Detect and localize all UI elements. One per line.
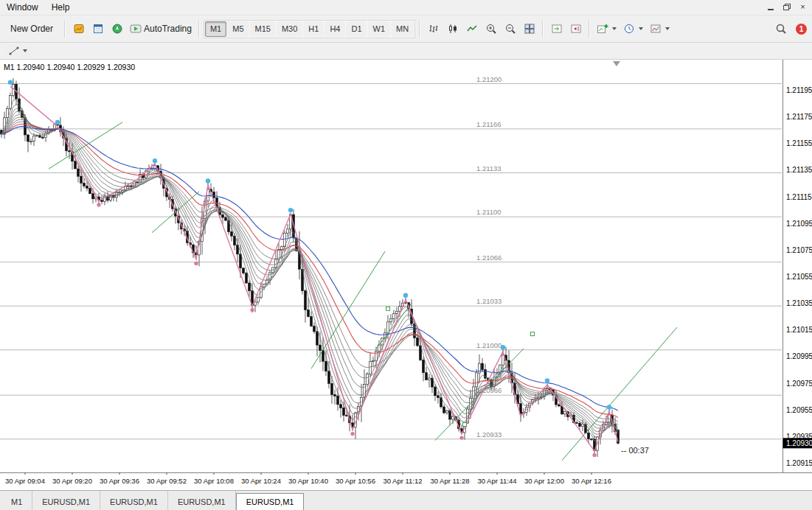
chart-candles-icon xyxy=(447,23,459,35)
chart-background[interactable] xyxy=(0,60,812,490)
svg-text:1.20995: 1.20995 xyxy=(786,352,812,360)
svg-text:30 Apr 10:24: 30 Apr 10:24 xyxy=(241,477,281,485)
svg-text:1.21100: 1.21100 xyxy=(476,208,502,216)
svg-text:1.20915: 1.20915 xyxy=(786,459,812,467)
main-toolbar: New Order AutoTrading M1M5M15M30H1H4D1W1… xyxy=(0,15,812,43)
chart-title: M1 1.20940 1.20940 1.20929 1.20930 xyxy=(4,63,135,71)
svg-text:1.21133: 1.21133 xyxy=(476,164,502,172)
timeframe-button-h1[interactable]: H1 xyxy=(303,21,324,37)
menubar: Window Help × xyxy=(0,0,812,15)
svg-text:30 Apr 09:36: 30 Apr 09:36 xyxy=(100,477,139,485)
auto-scroll-button[interactable] xyxy=(547,20,566,38)
chart-shift-icon xyxy=(570,23,582,35)
minimize-button[interactable] xyxy=(763,1,777,13)
svg-text:1.21135: 1.21135 xyxy=(786,166,812,174)
zoom-out-icon xyxy=(504,23,516,35)
timeframe-button-h4[interactable]: H4 xyxy=(325,21,345,37)
notification-badge[interactable]: 1 xyxy=(796,24,807,35)
new-order-button[interactable]: New Order xyxy=(3,20,60,38)
svg-text:1.20930: 1.20930 xyxy=(786,439,812,447)
auto-scroll-icon xyxy=(551,23,563,35)
zoom-out-button[interactable] xyxy=(501,20,519,38)
svg-text:30 Apr 10:40: 30 Apr 10:40 xyxy=(288,477,328,485)
svg-text:1.21000: 1.21000 xyxy=(476,341,502,349)
svg-text:1.21033: 1.21033 xyxy=(476,297,502,305)
timeframe-button-m15[interactable]: M15 xyxy=(250,21,276,37)
periods-clock-icon xyxy=(623,23,635,35)
timeframe-button-w1[interactable]: W1 xyxy=(368,21,391,37)
chart-candles-button[interactable] xyxy=(443,20,462,38)
window-controls: × xyxy=(763,1,810,13)
toolbar-separator xyxy=(589,21,590,38)
timeframe-button-m30[interactable]: M30 xyxy=(277,21,302,37)
candle-countdown: -- 00:37 xyxy=(621,446,649,455)
search-button[interactable] xyxy=(771,20,790,38)
svg-text:1.21015: 1.21015 xyxy=(786,326,812,334)
chart-bars-icon xyxy=(428,23,440,35)
price-chart[interactable]: 1.212001.211661.211331.211001.210661.210… xyxy=(0,60,812,490)
add-indicator-icon xyxy=(597,23,608,35)
chart-tab-3[interactable]: EURUSD,M1 xyxy=(100,491,168,510)
chart-bars-button[interactable] xyxy=(424,20,443,38)
timeframe-button-m1[interactable]: M1 xyxy=(205,21,226,37)
navigator-icon xyxy=(111,23,123,35)
chart-shift-button[interactable] xyxy=(566,20,585,38)
svg-text:1.21175: 1.21175 xyxy=(786,113,812,121)
templates-button[interactable] xyxy=(647,20,673,38)
tile-windows-button[interactable] xyxy=(520,20,538,38)
line-studies-toolbar xyxy=(0,43,812,60)
timeframe-button-d1[interactable]: D1 xyxy=(346,21,367,37)
svg-text:30 Apr 12:00: 30 Apr 12:00 xyxy=(524,477,564,485)
search-icon xyxy=(775,23,787,35)
dropdown-arrow-icon xyxy=(639,27,643,30)
svg-text:1.21066: 1.21066 xyxy=(476,254,502,262)
timeframe-group: M1M5M15M30H1H4D1W1MN xyxy=(204,20,415,38)
svg-text:1.20955: 1.20955 xyxy=(786,406,812,414)
timeframe-button-m5[interactable]: M5 xyxy=(227,21,249,37)
navigator-button[interactable] xyxy=(108,20,126,38)
add-indicator-button[interactable] xyxy=(594,20,620,38)
menu-help[interactable]: Help xyxy=(45,1,77,14)
dropdown-arrow-icon xyxy=(665,27,670,30)
zoom-in-icon xyxy=(485,23,497,35)
close-button[interactable]: × xyxy=(796,1,810,13)
dropdown-arrow-icon xyxy=(23,49,27,52)
data-window-button[interactable] xyxy=(89,20,107,38)
toolbar-separator xyxy=(64,21,66,38)
restore-icon xyxy=(782,3,791,11)
zoom-in-button[interactable] xyxy=(482,20,500,38)
chart-tab-1[interactable]: M1 xyxy=(1,491,32,510)
svg-text:30 Apr 10:08: 30 Apr 10:08 xyxy=(194,477,234,485)
svg-text:30 Apr 09:20: 30 Apr 09:20 xyxy=(52,477,92,485)
price-axis[interactable]: 1.211951.211751.211551.211351.211151.210… xyxy=(783,86,812,467)
templates-icon xyxy=(650,23,662,35)
dropdown-arrow-icon xyxy=(612,27,617,30)
chart-line-button[interactable] xyxy=(462,20,481,38)
market-watch-button[interactable] xyxy=(69,20,88,38)
svg-text:1.21075: 1.21075 xyxy=(786,246,812,254)
tile-windows-icon xyxy=(524,23,535,35)
line-studies-dropdown[interactable] xyxy=(4,44,31,57)
svg-text:1.21155: 1.21155 xyxy=(786,139,812,147)
line-studies-icon xyxy=(8,46,20,56)
svg-text:1.21035: 1.21035 xyxy=(786,299,812,307)
timeframe-button-mn[interactable]: MN xyxy=(391,21,414,37)
chart-tab-4[interactable]: EURUSD,M1 xyxy=(168,491,236,510)
svg-text:1.20975: 1.20975 xyxy=(786,380,812,388)
svg-text:1.21195: 1.21195 xyxy=(786,86,812,94)
svg-text:30 Apr 09:52: 30 Apr 09:52 xyxy=(147,477,187,485)
chart-tab-2[interactable]: EURUSD,M1 xyxy=(32,491,100,510)
svg-text:30 Apr 09:04: 30 Apr 09:04 xyxy=(5,477,45,485)
periods-button[interactable] xyxy=(620,20,646,38)
toolbar-separator xyxy=(542,21,544,38)
restore-button[interactable] xyxy=(780,1,794,13)
menu-window[interactable]: Window xyxy=(0,1,45,14)
autotrading-button[interactable]: AutoTrading xyxy=(127,20,195,38)
data-window-icon xyxy=(92,23,104,35)
mt4-window: Window Help × New Order AutoTrading M1M5… xyxy=(0,0,812,510)
toolbar-separator xyxy=(419,21,420,38)
market-watch-icon xyxy=(73,23,85,35)
chart-line-icon xyxy=(466,23,478,35)
chart-tab-5[interactable]: EURUSD,M1 xyxy=(236,493,305,510)
toolbar-right-group: 1 xyxy=(771,20,809,38)
